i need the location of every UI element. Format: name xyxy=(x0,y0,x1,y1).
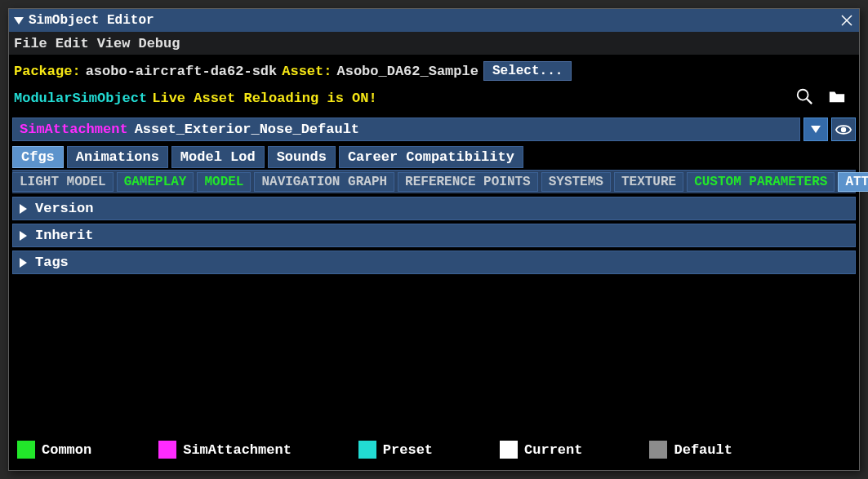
swatch-simattachment xyxy=(158,441,176,459)
expand-icon xyxy=(20,258,27,268)
tab-career-compat[interactable]: Career Compatibility xyxy=(339,146,523,168)
swatch-default xyxy=(649,441,667,459)
select-asset-button[interactable]: Select... xyxy=(483,61,572,81)
expand-icon xyxy=(20,231,27,241)
editor-window: SimObject Editor File Edit View Debug Pa… xyxy=(8,8,860,471)
legend-preset: Preset xyxy=(358,441,433,459)
legend-default: Default xyxy=(649,441,732,459)
cat-reference-points[interactable]: REFERENCE POINTS xyxy=(398,172,538,192)
menu-view[interactable]: View xyxy=(97,36,131,51)
cat-gameplay[interactable]: GAMEPLAY xyxy=(117,172,194,192)
legend-label: Preset xyxy=(383,442,433,458)
selected-asset-field[interactable]: SimAttachment Asset_Exterior_Nose_Defaul… xyxy=(12,118,800,141)
cat-navigation-graph[interactable]: NAVIGATION GRAPH xyxy=(254,172,394,192)
selected-asset-bar: SimAttachment Asset_Exterior_Nose_Defaul… xyxy=(12,118,856,141)
asset-label: Asset: xyxy=(282,64,332,79)
expand-icon xyxy=(20,204,27,214)
tab-model-lod[interactable]: Model Lod xyxy=(171,146,265,168)
selected-asset-name: Asset_Exterior_Nose_Default xyxy=(135,122,359,137)
selected-asset-type: SimAttachment xyxy=(20,122,128,137)
main-tabs: Cfgs Animations Model Lod Sounds Career … xyxy=(12,144,856,170)
category-tabs: LIGHT MODEL GAMEPLAY MODEL NAVIGATION GR… xyxy=(12,170,856,193)
collapse-window-icon[interactable] xyxy=(14,17,24,24)
menu-debug[interactable]: Debug xyxy=(138,36,180,51)
swatch-current xyxy=(500,441,518,459)
menu-bar: File Edit View Debug xyxy=(9,32,859,55)
cat-systems[interactable]: SYSTEMS xyxy=(541,172,611,192)
window-title: SimObject Editor xyxy=(29,13,154,28)
section-label: Version xyxy=(35,201,93,216)
package-row: Package: asobo-aircraft-da62-sdk Asset: … xyxy=(12,58,856,84)
tab-cfgs[interactable]: Cfgs xyxy=(12,146,64,168)
legend-label: Common xyxy=(42,442,91,458)
section-version[interactable]: Version xyxy=(12,197,856,220)
svg-point-0 xyxy=(798,90,808,100)
section-tags[interactable]: Tags xyxy=(12,251,856,274)
cat-texture[interactable]: TEXTURE xyxy=(614,172,683,192)
status-row: ModularSimObject Live Asset Reloading is… xyxy=(12,84,856,118)
chevron-down-icon xyxy=(811,126,821,133)
sections: Version Inherit Tags xyxy=(12,197,856,274)
legend-label: Default xyxy=(674,442,732,458)
close-button[interactable] xyxy=(839,13,854,28)
folder-icon[interactable] xyxy=(828,87,846,109)
section-label: Tags xyxy=(35,255,69,270)
section-label: Inherit xyxy=(35,228,93,243)
asset-dropdown-button[interactable] xyxy=(803,118,828,141)
section-inherit[interactable]: Inherit xyxy=(12,224,856,247)
cat-light-model[interactable]: LIGHT MODEL xyxy=(12,172,114,192)
asset-value: Asobo_DA62_Sample xyxy=(336,64,478,79)
package-value: asobo-aircraft-da62-sdk xyxy=(86,64,278,79)
legend-current: Current xyxy=(500,441,582,459)
legend-label: Current xyxy=(524,442,582,458)
menu-file[interactable]: File xyxy=(14,36,47,51)
package-label: Package: xyxy=(14,64,81,79)
legend-common: Common xyxy=(17,441,91,459)
legend-simattachment: SimAttachment xyxy=(158,441,292,459)
cat-model[interactable]: MODEL xyxy=(197,172,251,192)
cat-attachment[interactable]: ATTACHMENT xyxy=(838,172,868,192)
cat-custom-parameters[interactable]: CUSTOM PARAMETERS xyxy=(687,172,835,192)
tab-sounds[interactable]: Sounds xyxy=(268,146,336,168)
status-prefix: ModularSimObject xyxy=(14,91,147,106)
asset-visibility-button[interactable] xyxy=(831,118,856,141)
svg-line-1 xyxy=(807,99,812,104)
status-message: Live Asset Reloading is ON! xyxy=(152,91,376,106)
legend: Common SimAttachment Preset Current Defa… xyxy=(12,434,856,467)
tab-animations[interactable]: Animations xyxy=(67,146,168,168)
svg-point-2 xyxy=(841,126,846,131)
search-icon[interactable] xyxy=(795,87,813,109)
swatch-common xyxy=(17,441,35,459)
legend-label: SimAttachment xyxy=(183,442,292,458)
swatch-preset xyxy=(358,441,376,459)
title-bar: SimObject Editor xyxy=(9,9,859,32)
eye-icon xyxy=(835,121,852,139)
menu-edit[interactable]: Edit xyxy=(56,36,89,51)
